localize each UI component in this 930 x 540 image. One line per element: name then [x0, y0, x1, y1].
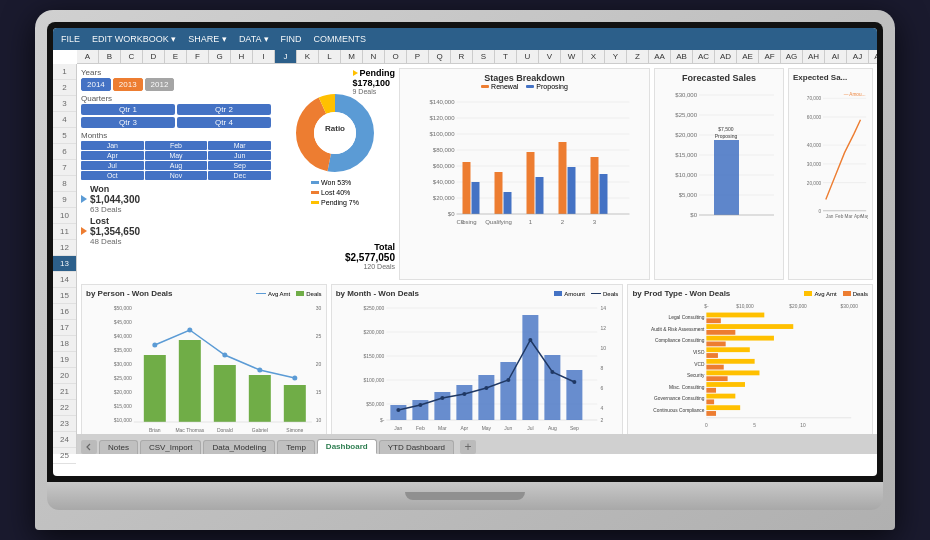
svg-text:$7,500: $7,500: [718, 126, 734, 132]
month-feb[interactable]: Feb: [145, 141, 208, 150]
row-1: 1: [53, 64, 76, 80]
svg-rect-85: [179, 340, 201, 422]
year-2012[interactable]: 2012: [145, 78, 175, 91]
row-11: 11: [53, 224, 76, 240]
qtr-4[interactable]: Qtr 4: [177, 117, 271, 128]
ribbon-share[interactable]: SHARE ▾: [188, 34, 227, 44]
col-AA: AA: [649, 50, 671, 63]
quarter-buttons: Qtr 1 Qtr 2 Qtr 3 Qtr 4: [81, 104, 271, 128]
by-month-title: by Month - Won Deals: [336, 289, 419, 298]
month-sep[interactable]: Sep: [208, 161, 271, 170]
svg-text:$60,000: $60,000: [433, 163, 455, 169]
month-apr[interactable]: Apr: [81, 151, 144, 160]
tab-data-modeling[interactable]: Data_Modeling: [203, 440, 275, 454]
svg-text:$20,000: $20,000: [790, 304, 808, 309]
svg-text:Mar: Mar: [438, 425, 447, 431]
donut-chart: Ratio Won 53% Lost 40% Pending 7%: [275, 88, 395, 207]
month-mar[interactable]: Mar: [208, 141, 271, 150]
svg-text:$100,000: $100,000: [429, 131, 455, 137]
col-AF: AF: [759, 50, 781, 63]
svg-text:0: 0: [819, 209, 822, 214]
month-jul[interactable]: Jul: [81, 161, 144, 170]
tab-dashboard[interactable]: Dashboard: [317, 439, 377, 454]
legend-pending: Pending 7%: [321, 198, 359, 208]
svg-rect-29: [591, 157, 599, 214]
year-2013[interactable]: 2013: [113, 78, 143, 91]
svg-text:10: 10: [316, 417, 322, 423]
month-dec[interactable]: Dec: [208, 171, 271, 180]
row-15: 15: [53, 288, 76, 304]
svg-text:$200,000: $200,000: [363, 329, 384, 335]
ribbon-file[interactable]: FILE: [61, 34, 80, 44]
month-may[interactable]: May: [145, 151, 208, 160]
svg-rect-174: [707, 370, 760, 375]
lost-flag-icon: [81, 227, 87, 235]
laptop-outer: FILE EDIT WORKBOOK ▾ SHARE ▾ DATA ▾ FIND…: [35, 10, 895, 530]
svg-text:2: 2: [600, 417, 603, 423]
stages-chart: Stages Breakdown Renewal Proposing $140,…: [399, 68, 650, 280]
month-oct[interactable]: Oct: [81, 171, 144, 180]
month-jun[interactable]: Jun: [208, 151, 271, 160]
svg-point-132: [528, 338, 532, 342]
svg-text:$10,000: $10,000: [114, 417, 132, 423]
svg-text:Apr: Apr: [460, 425, 468, 431]
legend-won: Won 53%: [321, 178, 351, 188]
svg-text:Jun: Jun: [504, 425, 512, 431]
svg-text:60,000: 60,000: [807, 115, 822, 120]
svg-text:40,000: 40,000: [807, 143, 822, 148]
lost-label: Lost: [90, 216, 140, 226]
col-K: K: [297, 50, 319, 63]
row-12: 12: [53, 240, 76, 256]
by-person-legend: Avg Amt Deals: [256, 291, 322, 297]
svg-rect-171: [707, 353, 719, 358]
qtr-3[interactable]: Qtr 3: [81, 117, 175, 128]
ribbon-find[interactable]: FIND: [281, 34, 302, 44]
month-nov[interactable]: Nov: [145, 171, 208, 180]
svg-rect-167: [707, 330, 736, 335]
svg-text:10: 10: [801, 423, 807, 428]
month-aug[interactable]: Aug: [145, 161, 208, 170]
tab-temp[interactable]: Temp: [277, 440, 315, 454]
quarters-label: Quarters: [81, 94, 271, 103]
col-B: B: [99, 50, 121, 63]
svg-text:Continuous Compliance: Continuous Compliance: [654, 408, 705, 413]
svg-rect-180: [707, 405, 741, 410]
qtr-1[interactable]: Qtr 1: [81, 104, 175, 115]
by-prod-chart: by Prod Type - Won Deals Avg Amt Deals $…: [627, 284, 873, 448]
svg-text:$250,000: $250,000: [363, 305, 384, 311]
tab-csv-import[interactable]: CSV_Import: [140, 440, 202, 454]
tab-ytd-dashboard[interactable]: YTD Dashboard: [379, 440, 454, 454]
dashboard-content: Years 2014 2013 2012 Quarters Qtr 1 Qtr …: [77, 64, 877, 454]
svg-point-93: [292, 376, 297, 381]
svg-rect-30: [600, 174, 608, 214]
svg-rect-168: [707, 336, 775, 341]
svg-text:$45,000: $45,000: [114, 319, 132, 325]
forecasted-title: Forecasted Sales: [659, 73, 779, 83]
svg-text:Jan: Jan: [394, 425, 402, 431]
svg-text:1: 1: [529, 219, 533, 225]
qtr-2[interactable]: Qtr 2: [177, 104, 271, 115]
svg-text:Gabriel: Gabriel: [252, 427, 268, 433]
lost-kpi: Lost $1,354,650 48 Deals: [81, 216, 271, 246]
ribbon-edit[interactable]: EDIT WORKBOOK ▾: [92, 34, 176, 44]
col-W: W: [561, 50, 583, 63]
svg-point-130: [484, 386, 488, 390]
ribbon-comments[interactable]: COMMENTS: [314, 34, 367, 44]
year-2014[interactable]: 2014: [81, 78, 111, 91]
svg-rect-173: [707, 365, 724, 370]
add-sheet-button[interactable]: +: [460, 440, 476, 454]
col-U: U: [517, 50, 539, 63]
ribbon-data[interactable]: DATA ▾: [239, 34, 269, 44]
laptop-notch: [405, 492, 525, 500]
svg-text:70,000: 70,000: [807, 96, 822, 101]
tab-notes[interactable]: Notes: [99, 440, 138, 454]
svg-text:Ratio: Ratio: [325, 124, 345, 133]
pending-label: Pending: [360, 68, 396, 78]
total-kpi: Total $2,577,050 120 Deals: [345, 242, 395, 270]
col-A: A: [77, 50, 99, 63]
svg-text:$20,000: $20,000: [114, 389, 132, 395]
row-8: 8: [53, 176, 76, 192]
month-jan[interactable]: Jan: [81, 141, 144, 150]
tab-nav-left[interactable]: [81, 440, 97, 454]
row-19: 19: [53, 352, 76, 368]
